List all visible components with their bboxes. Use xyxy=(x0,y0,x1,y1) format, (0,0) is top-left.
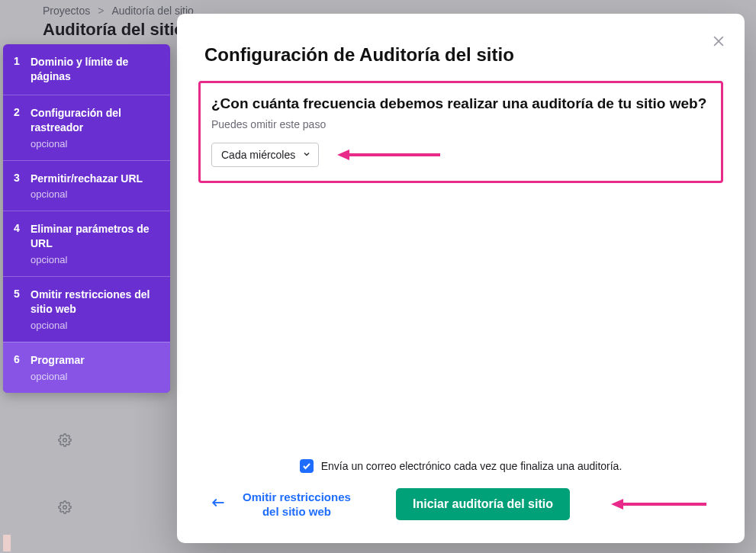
step-optional-label: opcional xyxy=(31,138,159,150)
step-number: 6 xyxy=(14,353,31,382)
modal-header: Configuración de Auditoría del sitio xyxy=(177,14,745,66)
step-label: Omitir restricciones del sitio web xyxy=(31,288,159,317)
start-audit-button[interactable]: Iniciar auditoría del sitio xyxy=(396,488,570,520)
step-optional-label: opcional xyxy=(31,254,159,265)
step-label: Dominio y límite de páginas xyxy=(31,55,159,84)
wizard-step-1[interactable]: 1Dominio y límite de páginas xyxy=(3,44,170,95)
step-label: Configuración del rastreador xyxy=(31,106,159,135)
skip-hint: Puedes omitir este paso xyxy=(211,118,710,130)
wizard-step-2[interactable]: 2Configuración del rastreadoropcional xyxy=(3,95,170,160)
email-checkbox[interactable] xyxy=(300,459,314,473)
wizard-step-6[interactable]: 6Programaropcional xyxy=(3,342,170,393)
step-number: 2 xyxy=(14,106,31,150)
modal-body xyxy=(177,183,745,459)
close-icon xyxy=(711,34,726,49)
annotation-arrow-icon xyxy=(337,146,444,163)
check-icon xyxy=(302,461,311,471)
frequency-question: ¿Con cuánta frecuencia debemos realizar … xyxy=(211,94,710,114)
step-optional-label: opcional xyxy=(31,188,159,200)
step-label: Programar xyxy=(31,353,159,368)
close-button[interactable] xyxy=(711,34,726,52)
arrow-left-icon[interactable] xyxy=(211,497,225,511)
decorative-bar xyxy=(3,535,11,551)
step-optional-label: opcional xyxy=(31,371,159,382)
wizard-step-5[interactable]: 5Omitir restricciones del sitio webopcio… xyxy=(3,276,170,342)
step-number: 5 xyxy=(14,288,31,331)
wizard-step-3[interactable]: 3Permitir/rechazar URLopcional xyxy=(3,160,170,211)
frequency-select[interactable]: Cada miércoles xyxy=(211,143,319,167)
site-audit-config-modal: Configuración de Auditoría del sitio ¿Co… xyxy=(177,14,745,543)
back-link[interactable]: Omitir restricciones del sitio web xyxy=(236,490,358,519)
modal-footer: Envía un correo electrónico cada vez que… xyxy=(177,459,745,543)
wizard-stepper: 1Dominio y límite de páginas2Configuraci… xyxy=(3,44,170,393)
highlighted-section: ¿Con cuánta frecuencia debemos realizar … xyxy=(198,81,723,183)
step-label: Eliminar parámetros de URL xyxy=(31,222,159,251)
frequency-select-value: Cada miércoles xyxy=(221,149,295,161)
svg-marker-6 xyxy=(337,150,349,160)
email-checkbox-label: Envía un correo electrónico cada vez que… xyxy=(321,460,622,472)
chevron-down-icon xyxy=(302,149,311,161)
wizard-step-4[interactable]: 4Eliminar parámetros de URLopcional xyxy=(3,211,170,276)
step-number: 3 xyxy=(14,172,31,201)
step-number: 4 xyxy=(14,222,31,265)
step-number: 1 xyxy=(14,55,31,84)
modal-title: Configuración de Auditoría del sitio xyxy=(204,44,717,66)
svg-marker-9 xyxy=(611,499,623,510)
step-optional-label: opcional xyxy=(31,320,159,331)
step-label: Permitir/rechazar URL xyxy=(31,172,159,186)
annotation-arrow-icon xyxy=(611,496,710,513)
